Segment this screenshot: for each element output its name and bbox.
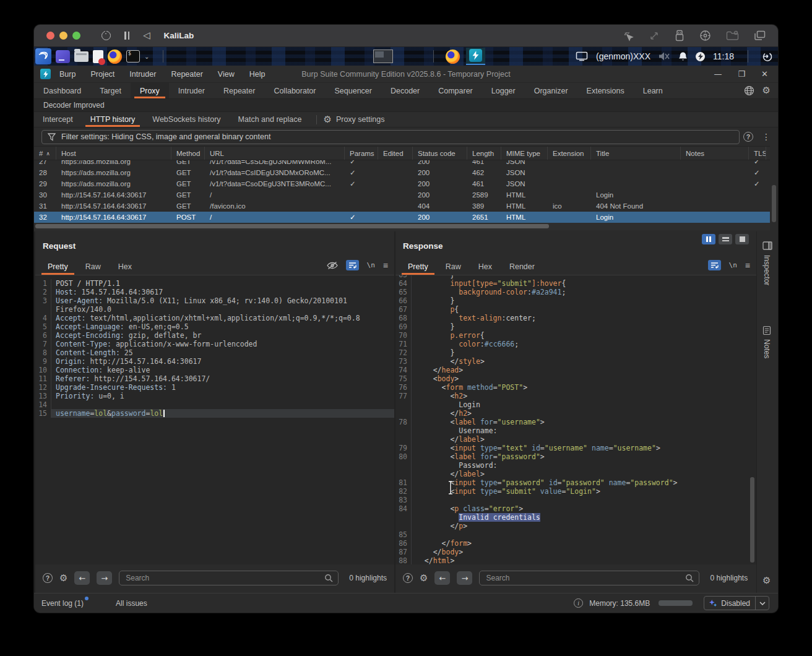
subtab-intercept[interactable]: Intercept xyxy=(34,112,82,127)
all-issues-link[interactable]: All issues xyxy=(116,599,147,608)
columns-layout-button[interactable] xyxy=(702,234,715,244)
word-wrap-button[interactable] xyxy=(708,260,721,270)
response-vertical-scrollbar[interactable] xyxy=(750,275,755,564)
response-search-input[interactable] xyxy=(485,573,685,583)
tab-comparer[interactable]: Comparer xyxy=(429,83,482,98)
tab-dashboard[interactable]: Dashboard xyxy=(34,83,90,98)
table-vertical-scrollbar[interactable] xyxy=(772,160,776,223)
tab-learn[interactable]: Learn xyxy=(634,83,672,98)
column-header-url[interactable]: URL xyxy=(205,147,345,160)
prev-match-button[interactable]: ← xyxy=(74,571,90,585)
column-header-length[interactable]: Length xyxy=(467,147,501,160)
response-tab-render[interactable]: Render xyxy=(501,259,543,275)
tab-proxy-settings[interactable]: ⚙ Proxy settings xyxy=(323,112,384,127)
subtab-match-and-replace[interactable]: Match and replace xyxy=(230,112,311,127)
response-tab-raw[interactable]: Raw xyxy=(437,259,470,275)
column-header-host[interactable]: Host xyxy=(56,147,171,160)
column-header-ext[interactable]: Extension xyxy=(548,147,591,160)
table-row[interactable]: 31http://154.57.164.64:30617GET/favicon.… xyxy=(34,201,770,212)
response-tab-pretty[interactable]: Pretty xyxy=(399,259,437,275)
show-newlines-icon[interactable]: \n xyxy=(367,261,375,269)
burp-ai-button[interactable]: Disabled xyxy=(704,596,769,610)
request-tab-hex[interactable]: Hex xyxy=(110,259,140,275)
close-traffic-light[interactable] xyxy=(46,32,54,40)
tab-collaborator[interactable]: Collaborator xyxy=(264,83,325,98)
column-header-method[interactable]: Method xyxy=(171,147,205,160)
muted-speaker-icon[interactable] xyxy=(659,51,670,61)
search-settings-gear-icon[interactable]: ⚙ xyxy=(420,574,428,583)
menu-burp[interactable]: Burp xyxy=(59,70,76,79)
menu-help[interactable]: Help xyxy=(249,70,266,79)
display-icon[interactable] xyxy=(576,51,588,61)
firefox-launcher-icon[interactable] xyxy=(108,50,122,64)
table-horizontal-scrollbar[interactable] xyxy=(34,223,770,230)
terminal-launcher-icon[interactable] xyxy=(56,50,70,63)
bell-icon[interactable] xyxy=(678,51,688,62)
prev-match-button[interactable]: ← xyxy=(434,571,450,585)
editor-menu-icon[interactable]: ≡ xyxy=(745,261,750,270)
table-row[interactable]: 30http://154.57.164.64:30617GET/2002589H… xyxy=(34,189,770,201)
single-layout-button[interactable] xyxy=(735,234,749,244)
column-header-tls[interactable]: TLS xyxy=(749,147,766,160)
minimize-button[interactable]: — xyxy=(714,69,722,79)
tab-logger[interactable]: Logger xyxy=(482,83,525,98)
close-button[interactable]: ✕ xyxy=(761,69,768,79)
menu-view[interactable]: View xyxy=(218,70,235,79)
settings-gear-icon[interactable]: ⚙ xyxy=(762,86,771,95)
tab-sequencer[interactable]: Sequencer xyxy=(325,83,381,98)
table-row[interactable]: 32http://154.57.164.64:30617POST/✓200265… xyxy=(34,212,770,223)
filter-settings-field[interactable]: Filter settings: Hiding CSS, image and g… xyxy=(41,130,740,144)
help-icon[interactable]: ? xyxy=(43,573,53,583)
ai-dropdown-chevron[interactable] xyxy=(755,597,769,610)
tab-decoder-improved[interactable]: Decoder Improved xyxy=(43,101,105,110)
history-table-header[interactable]: #∧HostMethodURLParamsEditedStatus codeLe… xyxy=(34,146,770,160)
magic-cursor-icon[interactable] xyxy=(623,30,634,41)
show-newlines-icon[interactable]: \n xyxy=(729,261,737,269)
info-icon[interactable]: i xyxy=(574,598,583,608)
windows-icon[interactable] xyxy=(754,30,766,41)
tab-extensions[interactable]: Extensions xyxy=(577,83,634,98)
taskbar-firefox-icon[interactable] xyxy=(446,50,460,64)
pause-icon[interactable] xyxy=(124,32,129,40)
next-match-button[interactable]: → xyxy=(97,571,112,585)
search-settings-gear-icon[interactable]: ⚙ xyxy=(59,574,67,583)
next-match-button[interactable]: → xyxy=(457,571,472,585)
column-header-num[interactable]: #∧ xyxy=(34,147,56,160)
power-manager-icon[interactable] xyxy=(696,52,705,61)
resize-icon[interactable] xyxy=(649,30,660,41)
menu-project[interactable]: Project xyxy=(90,70,114,79)
column-header-edited[interactable]: Edited xyxy=(378,147,413,160)
hide-icon[interactable] xyxy=(327,261,338,270)
tab-intruder[interactable]: Intruder xyxy=(169,83,214,98)
request-tab-raw[interactable]: Raw xyxy=(77,259,110,275)
response-editor[interactable]: 63 }64 input[type="submit"]:hover{65 bac… xyxy=(395,275,756,564)
request-tab-pretty[interactable]: Pretty xyxy=(39,259,77,275)
more-options-icon[interactable]: ⋮ xyxy=(762,132,771,141)
subtab-websockets-history[interactable]: WebSockets history xyxy=(144,112,229,127)
disc-icon[interactable] xyxy=(699,30,711,41)
terminal-emulator-icon[interactable]: $ xyxy=(126,50,140,63)
table-row[interactable]: 29https://ads.mozilla.orgGET/v1/t?data=C… xyxy=(34,178,770,189)
response-tab-hex[interactable]: Hex xyxy=(470,259,501,275)
globe-icon[interactable] xyxy=(744,85,754,96)
event-log-link[interactable]: Event log (1) xyxy=(41,599,89,608)
column-header-title[interactable]: Title xyxy=(591,147,681,160)
minimize-traffic-light[interactable] xyxy=(59,32,67,40)
column-header-notes[interactable]: Notes xyxy=(681,147,749,160)
column-header-mime[interactable]: MIME type xyxy=(501,147,548,160)
column-header-status[interactable]: Status code xyxy=(413,147,467,160)
word-wrap-button[interactable] xyxy=(346,260,359,270)
menu-intruder[interactable]: Intruder xyxy=(129,70,156,79)
tab-decoder[interactable]: Decoder xyxy=(381,83,429,98)
menu-repeater[interactable]: Repeater xyxy=(171,70,202,79)
chevron-down-icon[interactable]: ⌄ xyxy=(144,53,149,60)
tab-target[interactable]: Target xyxy=(90,83,131,98)
tab-repeater[interactable]: Repeater xyxy=(214,83,264,98)
zoom-traffic-light[interactable] xyxy=(72,32,80,40)
editor-menu-icon[interactable]: ≡ xyxy=(383,261,388,270)
maximize-button[interactable]: ❒ xyxy=(738,69,745,79)
tab-proxy[interactable]: Proxy xyxy=(131,83,169,98)
tab-organizer[interactable]: Organizer xyxy=(525,83,577,98)
tab-notes[interactable]: Notes xyxy=(762,339,771,358)
resume-icon[interactable]: ◁ xyxy=(143,31,150,40)
